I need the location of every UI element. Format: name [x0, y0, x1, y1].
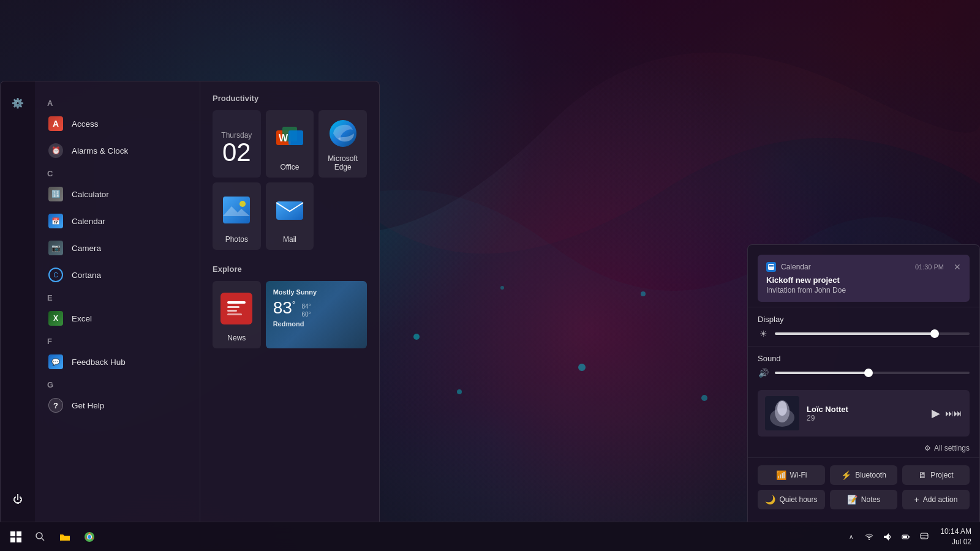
notif-close-btn[interactable]: ✕: [954, 262, 961, 272]
calendar-icon: 📅: [47, 212, 64, 230]
calendar-tile[interactable]: Thursday 02: [213, 110, 261, 178]
volume-tray-icon[interactable]: [879, 528, 896, 545]
app-item-camera[interactable]: 📷 Camera: [35, 234, 200, 261]
edge-svg-icon: [327, 118, 359, 149]
app-item-calculator[interactable]: 🔢 Calculator: [35, 181, 200, 208]
wifi-label: Wi-Fi: [790, 471, 807, 479]
project-label: Project: [930, 471, 953, 479]
start-button[interactable]: [5, 526, 27, 548]
taskbar: ∧: [0, 522, 980, 551]
svg-rect-19: [227, 301, 246, 304]
section-letter-e: E: [35, 288, 200, 305]
bluetooth-button[interactable]: ⚡ Bluetooth: [830, 465, 897, 485]
svg-line-31: [42, 538, 44, 541]
quick-actions: 📶 Wi-Fi ⚡ Bluetooth 🖥 Project 🌙 Quiet ho…: [748, 457, 979, 522]
taskbar-clock[interactable]: 10:14 AM Jul 02: [937, 525, 975, 549]
chrome-button[interactable]: [78, 526, 100, 548]
calculator-icon: 🔢: [47, 186, 64, 203]
search-icon: [36, 532, 45, 542]
sound-slider-track[interactable]: [775, 372, 970, 374]
notifications-tray-icon[interactable]: [916, 528, 933, 545]
media-thumbnail: [765, 396, 799, 430]
taskbar-date-text: Jul 02: [940, 537, 971, 547]
svg-point-2: [500, 286, 504, 290]
display-label: Display: [758, 315, 970, 324]
bluetooth-icon: ⚡: [841, 470, 851, 480]
taskbar-left: [5, 526, 100, 548]
file-explorer-button[interactable]: [54, 526, 76, 548]
all-settings-button[interactable]: ⚙ All settings: [924, 444, 970, 452]
quiet-hours-button[interactable]: 🌙 Quiet hours: [758, 490, 825, 509]
play-button[interactable]: ▶: [932, 407, 940, 420]
volume-icon: 🔊: [758, 368, 769, 378]
media-subtitle: 29: [807, 414, 924, 422]
brightness-icon: ☀: [758, 329, 769, 339]
mail-tile[interactable]: Mail: [266, 182, 314, 250]
svg-rect-44: [921, 537, 925, 538]
app-item-excel[interactable]: X Excel: [35, 305, 200, 332]
app-label-feedback: Feedback Hub: [72, 358, 126, 367]
wifi-button[interactable]: 📶 Wi-Fi: [758, 465, 825, 485]
svg-rect-15: [223, 197, 250, 223]
start-menu-sidebar: ⚙️ ⏻: [1, 81, 35, 522]
app-item-cortana[interactable]: C Cortana: [35, 261, 200, 288]
quiet-hours-label: Quiet hours: [779, 495, 817, 504]
office-tile-label: Office: [280, 163, 299, 171]
quick-actions-row-1: 📶 Wi-Fi ⚡ Bluetooth 🖥 Project: [758, 465, 970, 485]
app-label-gethelp: Get Help: [72, 401, 104, 410]
display-slider-track[interactable]: [775, 332, 970, 335]
battery-tray-icon[interactable]: [897, 528, 914, 545]
power-sidebar-btn[interactable]: ⏻: [6, 487, 30, 512]
cortana-icon: C: [47, 266, 64, 283]
office-svg-icon: W: [274, 122, 306, 154]
svg-point-6: [457, 389, 462, 394]
app-item-gethelp[interactable]: ? Get Help: [35, 392, 200, 419]
project-icon: 🖥: [918, 470, 927, 480]
notif-app-icon: [766, 262, 776, 272]
app-label-alarms: Alarms & Clock: [72, 146, 128, 156]
gethelp-icon: ?: [47, 397, 64, 414]
svg-point-37: [869, 539, 870, 540]
display-slider-thumb[interactable]: [930, 329, 939, 338]
app-item-alarms[interactable]: ⏰ Alarms & Clock: [35, 137, 200, 164]
sound-label: Sound: [758, 354, 970, 363]
mail-tile-label: Mail: [283, 235, 296, 244]
svg-point-7: [701, 395, 707, 401]
weather-tile[interactable]: Mostly Sunny 83° 84° 60° Redmond: [266, 281, 367, 348]
news-tile[interactable]: News: [213, 281, 261, 348]
photos-tile[interactable]: Photos: [213, 182, 261, 250]
search-button[interactable]: [29, 526, 51, 548]
folder-icon: [59, 532, 70, 542]
svg-rect-24: [769, 265, 774, 266]
productivity-section-title: Productivity: [213, 94, 367, 103]
settings-sidebar-btn[interactable]: ⚙️: [6, 91, 30, 115]
calendar-day-num: 02: [222, 140, 251, 165]
all-settings-row: ⚙ All settings: [748, 441, 979, 457]
weather-condition: Mostly Sunny: [273, 288, 317, 296]
quiet-hours-icon: 🌙: [765, 495, 775, 504]
sound-control-section: Sound 🔊: [748, 346, 979, 385]
taskbar-time-text: 10:14 AM: [940, 527, 971, 537]
project-button[interactable]: 🖥 Project: [902, 465, 970, 485]
svg-point-17: [239, 201, 246, 207]
tray-chevron[interactable]: ∧: [842, 528, 859, 545]
office-tile[interactable]: W Office: [266, 110, 314, 178]
svg-rect-21: [227, 310, 237, 312]
wifi-tray-icon[interactable]: [861, 528, 878, 545]
skip-forward-button[interactable]: ⏭⏭: [945, 408, 962, 418]
app-item-calendar[interactable]: 📅 Calendar: [35, 208, 200, 234]
notes-button[interactable]: 📝 Notes: [830, 490, 897, 509]
svg-rect-12: [288, 130, 303, 145]
svg-rect-43: [921, 535, 928, 536]
windows-logo-icon: [10, 531, 21, 542]
sound-slider-fill: [775, 372, 869, 374]
edge-tile[interactable]: Microsoft Edge: [318, 110, 367, 178]
settings-gear-icon: ⚙: [924, 444, 931, 452]
app-item-feedback[interactable]: 💬 Feedback Hub: [35, 348, 200, 375]
sound-slider-thumb[interactable]: [864, 369, 873, 377]
app-label-access: Access: [72, 119, 99, 129]
edge-icon-area: [323, 118, 362, 149]
display-slider-fill: [775, 332, 935, 335]
app-item-access[interactable]: A Access: [35, 110, 200, 137]
add-action-button[interactable]: + Add action: [902, 490, 970, 509]
